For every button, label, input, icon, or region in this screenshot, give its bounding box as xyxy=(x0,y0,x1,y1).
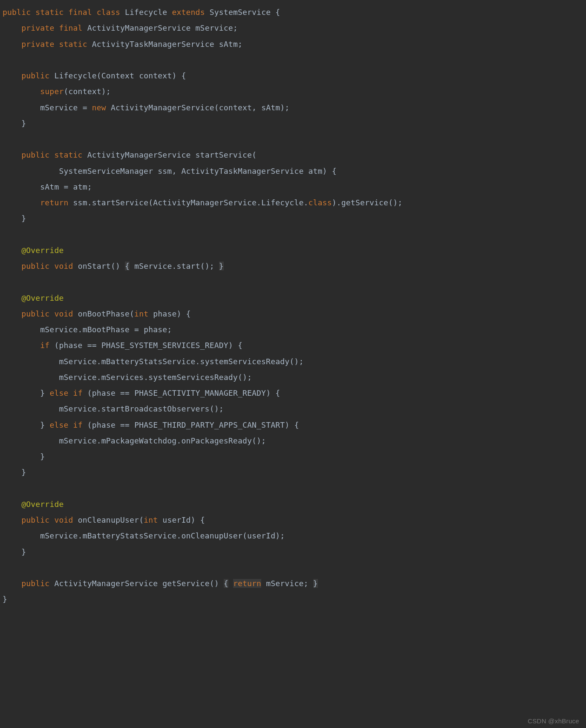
paren: ( xyxy=(252,436,257,445)
paren: ) xyxy=(294,357,299,366)
field: sAtm xyxy=(219,40,238,49)
keyword-private: private xyxy=(21,23,54,32)
method-name: startService xyxy=(196,150,252,159)
code-block[interactable]: public static final class Lifecycle exte… xyxy=(0,0,586,612)
paren: ) xyxy=(285,420,289,429)
field: mService xyxy=(266,579,303,588)
method-name: onBootPhase xyxy=(78,309,130,318)
keyword-void: void xyxy=(54,262,73,270)
field: mService xyxy=(59,357,96,366)
superclass: SystemService xyxy=(210,8,271,17)
dot: . xyxy=(97,357,101,366)
brace-close: } xyxy=(21,468,26,477)
paren: ( xyxy=(87,388,92,397)
keyword-static: static xyxy=(54,150,82,159)
brace-open: { xyxy=(294,420,299,429)
brace-open: { xyxy=(275,388,280,397)
method-name: onStart xyxy=(78,262,111,270)
ctor-name: Lifecycle xyxy=(54,71,96,80)
semi: ; xyxy=(303,579,308,588)
dot: . xyxy=(196,357,200,366)
field: mService xyxy=(40,103,78,112)
paren: ( xyxy=(210,404,214,413)
keyword-public: public xyxy=(21,579,49,588)
paren: ( xyxy=(242,531,247,540)
semi: ; xyxy=(261,436,266,445)
var: phase xyxy=(92,420,115,429)
call: getService xyxy=(341,198,388,207)
brace-open: { xyxy=(332,167,337,176)
keyword-public: public xyxy=(3,8,31,17)
keyword-return: return xyxy=(40,198,68,207)
dot: . xyxy=(97,436,101,445)
paren: ) xyxy=(176,309,181,318)
var: atm xyxy=(73,182,87,191)
paren: ( xyxy=(238,373,242,382)
paren: ) xyxy=(101,87,106,96)
semi: ; xyxy=(398,198,402,207)
brace-close: } xyxy=(313,579,318,588)
semi: ; xyxy=(233,23,238,32)
keyword-if: if xyxy=(73,388,83,397)
type: ActivityManagerService xyxy=(87,23,191,32)
field: mBatteryStatsService xyxy=(101,357,196,366)
keyword-super: super xyxy=(40,87,64,96)
paren: ) xyxy=(205,262,210,270)
dot: . xyxy=(97,404,101,413)
brace-close: } xyxy=(21,119,26,128)
brace-open: { xyxy=(186,309,191,318)
type: ActivityManagerService xyxy=(111,103,214,112)
brace-close: } xyxy=(40,420,45,429)
call: startService xyxy=(92,198,148,207)
paren: ) xyxy=(280,103,285,112)
keyword-return: return xyxy=(233,579,261,588)
keyword-class: class xyxy=(97,8,120,17)
annotation-override: @Override xyxy=(21,500,64,509)
keyword-public: public xyxy=(21,71,49,80)
semi: ; xyxy=(87,182,92,191)
field: mPackageWatchdog xyxy=(101,436,177,445)
arg: context xyxy=(219,103,252,112)
field: mService xyxy=(59,436,96,445)
method-name: getService xyxy=(162,579,209,588)
brace-close: } xyxy=(3,595,7,604)
paren: ) xyxy=(172,71,176,80)
paren: ) xyxy=(242,373,247,382)
class-name: Lifecycle xyxy=(125,8,167,17)
arg: userId xyxy=(247,531,275,540)
param-type: ActivityTaskManagerService xyxy=(181,167,303,176)
param: userId xyxy=(162,515,191,524)
call: systemServicesReady xyxy=(200,357,290,366)
semi: ; xyxy=(247,373,252,382)
eqeq: == xyxy=(87,341,97,350)
paren: ( xyxy=(130,309,134,318)
param-type: Context xyxy=(101,71,134,80)
brace-close: } xyxy=(219,262,224,270)
semi: ; xyxy=(210,262,214,270)
field: mBatteryStatsService xyxy=(83,531,177,540)
brace-open: { xyxy=(182,71,186,80)
watermark-text: CSDN @xhBruce xyxy=(528,717,579,725)
paren: ( xyxy=(252,150,257,159)
keyword-private: private xyxy=(21,40,54,49)
keyword-static: static xyxy=(35,8,64,17)
brace-open: { xyxy=(275,8,280,17)
semi: ; xyxy=(238,40,242,49)
keyword-public: public xyxy=(21,150,49,159)
brace-open: { xyxy=(200,515,205,524)
param: ssm xyxy=(158,167,172,176)
keyword-void: void xyxy=(54,309,73,318)
keyword-if: if xyxy=(73,420,83,429)
brace-open: { xyxy=(238,341,242,350)
var: phase xyxy=(144,325,167,334)
eq: = xyxy=(64,182,69,191)
var: phase xyxy=(59,341,82,350)
semi: ; xyxy=(299,357,303,366)
param: phase xyxy=(153,309,176,318)
brace-close: } xyxy=(21,547,26,556)
paren: ) xyxy=(214,579,219,588)
arg: context xyxy=(69,87,101,96)
keyword-class-literal: class xyxy=(309,198,332,207)
dot: . xyxy=(87,198,92,207)
dot: . xyxy=(303,198,308,207)
